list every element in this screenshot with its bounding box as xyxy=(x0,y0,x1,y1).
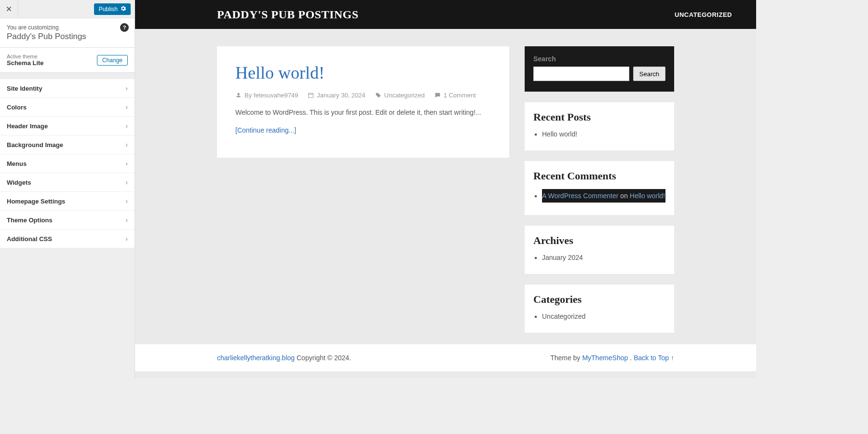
menu-homepage-settings[interactable]: Homepage Settings› xyxy=(0,192,135,211)
chevron-right-icon: › xyxy=(125,122,128,130)
widget-search: Search Search xyxy=(525,46,674,92)
continue-reading-link[interactable]: [Continue reading...] xyxy=(235,126,296,134)
comment-post-link[interactable]: Hello world! xyxy=(630,192,665,200)
theme-by-label: Theme by xyxy=(550,354,580,362)
widget-archives: Archives January 2024 xyxy=(525,226,674,274)
post-card: Hello world! By fetesuvahe9749 January 3… xyxy=(217,46,509,158)
nav-uncategorized[interactable]: UNCATEGORIZED xyxy=(675,11,732,18)
widget-recent-comments: Recent Comments A WordPress Commenter on… xyxy=(525,161,674,215)
meta-comments[interactable]: 1 Comment xyxy=(434,92,476,99)
search-input[interactable] xyxy=(533,67,629,81)
gear-icon xyxy=(121,6,126,13)
meta-category[interactable]: Uncategorized xyxy=(375,92,425,99)
footer-domain-link[interactable]: charliekellytheratking.blog xyxy=(217,354,295,362)
chevron-right-icon: › xyxy=(125,235,128,243)
meta-date: January 30, 2024 xyxy=(308,92,365,99)
publish-label: Publish xyxy=(99,6,118,13)
meta-author[interactable]: By fetesuvahe9749 xyxy=(235,92,298,99)
chevron-right-icon: › xyxy=(125,84,128,92)
customizing-title: Paddy's Pub Postings xyxy=(7,32,128,41)
theme-name: Schema Lite xyxy=(7,59,44,67)
back-to-top-link[interactable]: Back to Top ↑ xyxy=(634,354,674,362)
chevron-right-icon: › xyxy=(125,160,128,167)
widget-categories: Categories Uncategorized xyxy=(525,285,674,333)
change-theme-button[interactable]: Change xyxy=(97,55,128,66)
list-item[interactable]: Uncategorized xyxy=(542,311,665,322)
menu-theme-options[interactable]: Theme Options› xyxy=(0,211,135,230)
site-footer: charliekellytheratking.blog Copyright © … xyxy=(135,344,756,371)
list-item: A WordPress Commenter on Hello world! xyxy=(542,187,665,204)
menu-site-identity[interactable]: Site Identity› xyxy=(0,79,135,98)
widget-recent-posts: Recent Posts Hello world! xyxy=(525,102,674,150)
menu-widgets[interactable]: Widgets› xyxy=(0,173,135,192)
chevron-right-icon: › xyxy=(125,141,128,149)
post-meta: By fetesuvahe9749 January 30, 2024 Uncat… xyxy=(235,92,491,99)
search-label: Search xyxy=(533,55,665,63)
active-theme-label: Active theme xyxy=(7,54,44,59)
widget-title: Recent Comments xyxy=(533,170,665,182)
widget-title: Categories xyxy=(533,293,665,306)
chevron-right-icon: › xyxy=(125,216,128,224)
widget-title: Recent Posts xyxy=(533,111,665,123)
help-icon[interactable]: ? xyxy=(120,23,129,32)
list-item[interactable]: Hello world! xyxy=(542,128,665,140)
preview-pane: PADDY'S PUB POSTINGS UNCATEGORIZED Hello… xyxy=(135,0,756,378)
post-title[interactable]: Hello world! xyxy=(235,63,491,83)
site-header: PADDY'S PUB POSTINGS UNCATEGORIZED xyxy=(135,0,756,29)
menu-menus[interactable]: Menus› xyxy=(0,154,135,173)
tag-icon xyxy=(375,92,381,98)
customizing-panel: You are customizing Paddy's Pub Postings… xyxy=(0,18,135,48)
publish-button[interactable]: Publish xyxy=(94,3,131,15)
menu-header-image[interactable]: Header Image› xyxy=(0,117,135,136)
menu-colors[interactable]: Colors› xyxy=(0,98,135,117)
menu-additional-css[interactable]: Additional CSS› xyxy=(0,230,135,248)
calendar-icon xyxy=(308,92,314,98)
widget-title: Archives xyxy=(533,234,665,247)
customizer-menu: Site Identity› Colors› Header Image› Bac… xyxy=(0,79,135,248)
site-title[interactable]: PADDY'S PUB POSTINGS xyxy=(217,8,359,21)
list-item[interactable]: January 2024 xyxy=(542,252,665,263)
user-icon xyxy=(235,92,242,98)
active-theme-row: Active theme Schema Lite Change xyxy=(0,48,135,73)
footer-copyright: Copyright © 2024. xyxy=(295,354,351,362)
customizer-sidebar: Publish You are customizing Paddy's Pub … xyxy=(0,0,135,378)
sidebar-topbar: Publish xyxy=(0,0,135,18)
search-button[interactable]: Search xyxy=(633,67,665,81)
chevron-right-icon: › xyxy=(125,197,128,205)
chevron-right-icon: › xyxy=(125,103,128,111)
menu-background-image[interactable]: Background Image› xyxy=(0,136,135,154)
chevron-right-icon: › xyxy=(125,178,128,186)
theme-link[interactable]: MyThemeShop xyxy=(582,354,628,362)
post-excerpt: Welcome to WordPress. This is your first… xyxy=(235,108,491,118)
close-button[interactable] xyxy=(0,0,18,18)
comment-icon xyxy=(434,92,441,98)
customizing-label: You are customizing xyxy=(7,24,128,31)
commenter-link[interactable]: A WordPress Commenter xyxy=(542,192,618,200)
